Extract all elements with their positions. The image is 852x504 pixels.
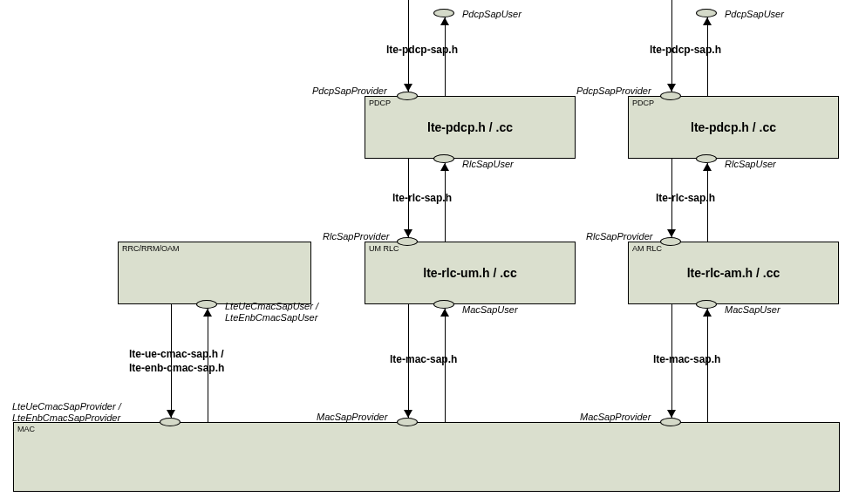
label-lte-cmac-sap: lte-ue-cmac-sap.h /lte-enb-cmac-sap.h bbox=[129, 347, 224, 375]
port-rlcsapuser-left bbox=[433, 154, 454, 163]
arrow-macsap-right-up bbox=[703, 309, 712, 317]
port-pdcpsapprovider-right bbox=[660, 92, 681, 100]
arrow-cmac-up bbox=[203, 309, 212, 317]
arrow-macsap-left-up bbox=[440, 309, 449, 317]
label-macsapuser-right: MacSapUser bbox=[725, 304, 780, 315]
label-lte-pdcp-sap-right: lte-pdcp-sap.h bbox=[650, 44, 721, 56]
line-pdcpsap-right-down bbox=[671, 0, 672, 92]
arrow-cmac-down bbox=[167, 410, 175, 418]
label-rlcsapprovider-left: RlcSapProvider bbox=[323, 231, 389, 242]
box-pdcp-left-title: lte-pdcp.h / .cc bbox=[427, 120, 513, 134]
arrow-rlcsap-right-up bbox=[703, 163, 712, 171]
port-macsapuser-left bbox=[433, 300, 454, 309]
arrow-macsap-left-down bbox=[404, 410, 412, 418]
box-am-rlc-title: lte-rlc-am.h / .cc bbox=[687, 266, 780, 280]
label-rlcsapprovider-right: RlcSapProvider bbox=[586, 231, 652, 242]
arrow-pdcpsap-left-up bbox=[440, 17, 449, 25]
box-rrc-type: RRC/RRM/OAM bbox=[122, 244, 180, 253]
box-am-rlc: AM RLC lte-rlc-am.h / .cc bbox=[628, 242, 839, 304]
line-macsap-right-up bbox=[707, 309, 708, 422]
label-lte-cmac-sap-text: lte-ue-cmac-sap.h /lte-enb-cmac-sap.h bbox=[129, 347, 224, 375]
port-macsapprovider-left bbox=[397, 418, 418, 426]
box-rrc: RRC/RRM/OAM bbox=[118, 242, 311, 304]
box-am-rlc-type: AM RLC bbox=[632, 244, 662, 253]
line-rlcsap-left-down bbox=[408, 159, 409, 237]
label-macsapprovider-left: MacSapProvider bbox=[317, 412, 387, 422]
label-cmacsapprovider: LteUeCmacSapProvider /LteEnbCmacSapProvi… bbox=[12, 401, 121, 424]
line-cmac-down bbox=[171, 304, 172, 418]
line-macsap-right-down bbox=[671, 304, 672, 418]
port-cmacsapuser bbox=[196, 300, 217, 309]
line-macsap-left-down bbox=[408, 304, 409, 418]
line-pdcpsap-right-up bbox=[707, 17, 708, 96]
line-macsap-left-up bbox=[445, 309, 446, 422]
box-pdcp-left: PDCP lte-pdcp.h / .cc bbox=[365, 96, 576, 159]
arrow-pdcpsap-right-down bbox=[667, 84, 676, 92]
port-rlcsapuser-right bbox=[696, 154, 717, 163]
box-pdcp-left-type: PDCP bbox=[369, 99, 391, 107]
port-cmacsapprovider bbox=[160, 418, 181, 426]
box-mac: MAC bbox=[13, 422, 840, 492]
label-rlcsapuser-left: RlcSapUser bbox=[462, 159, 514, 169]
label-lte-mac-sap-left: lte-mac-sap.h bbox=[390, 353, 457, 365]
line-pdcpsap-left-up bbox=[445, 17, 446, 96]
label-cmacsapuser: LteUeCmacSapUser /LteEnbCmacSapUser bbox=[225, 301, 318, 324]
box-pdcp-right: PDCP lte-pdcp.h / .cc bbox=[628, 96, 839, 159]
port-rlcsapprovider-left bbox=[397, 237, 418, 246]
line-cmac-up bbox=[208, 309, 208, 422]
label-lte-mac-sap-right: lte-mac-sap.h bbox=[653, 353, 720, 365]
label-pdcpsapprovider-left: PdcpSapProvider bbox=[312, 85, 387, 96]
label-macsapuser-left: MacSapUser bbox=[462, 304, 518, 315]
port-rlcsapprovider-right bbox=[660, 237, 681, 246]
port-macsapprovider-right bbox=[660, 418, 681, 426]
port-pdcpsapuser-right bbox=[696, 9, 717, 17]
line-rlcsap-right-up bbox=[707, 163, 708, 242]
label-lte-pdcp-sap-left: lte-pdcp-sap.h bbox=[386, 44, 458, 56]
label-rlcsapuser-right: RlcSapUser bbox=[725, 159, 776, 169]
arrow-rlcsap-left-down bbox=[404, 229, 412, 237]
label-pdcpsapuser-right: PdcpSapUser bbox=[725, 9, 784, 19]
port-macsapuser-right bbox=[696, 300, 717, 309]
arrow-pdcpsap-left-down bbox=[404, 84, 412, 92]
label-lte-rlc-sap-left: lte-rlc-sap.h bbox=[392, 192, 452, 204]
line-rlcsap-right-down bbox=[671, 159, 672, 237]
box-um-rlc: UM RLC lte-rlc-um.h / .cc bbox=[365, 242, 576, 304]
box-um-rlc-type: UM RLC bbox=[369, 244, 399, 253]
arrow-macsap-right-down bbox=[667, 410, 676, 418]
arrow-rlcsap-right-down bbox=[667, 229, 676, 237]
arrow-rlcsap-left-up bbox=[440, 163, 449, 171]
port-pdcpsapprovider-left bbox=[397, 92, 418, 100]
label-pdcpsapuser-left: PdcpSapUser bbox=[462, 9, 521, 19]
box-pdcp-right-type: PDCP bbox=[632, 99, 654, 107]
label-pdcpsapprovider-right: PdcpSapProvider bbox=[576, 85, 651, 96]
label-lte-rlc-sap-right: lte-rlc-sap.h bbox=[656, 192, 715, 204]
arrow-pdcpsap-right-up bbox=[703, 17, 712, 25]
port-pdcpsapuser-left bbox=[433, 9, 454, 17]
box-pdcp-right-title: lte-pdcp.h / .cc bbox=[691, 120, 776, 134]
box-um-rlc-title: lte-rlc-um.h / .cc bbox=[423, 266, 516, 280]
box-mac-type: MAC bbox=[17, 425, 35, 433]
label-macsapprovider-right: MacSapProvider bbox=[580, 412, 651, 422]
line-rlcsap-left-up bbox=[445, 163, 446, 242]
line-pdcpsap-left-down bbox=[408, 0, 409, 92]
